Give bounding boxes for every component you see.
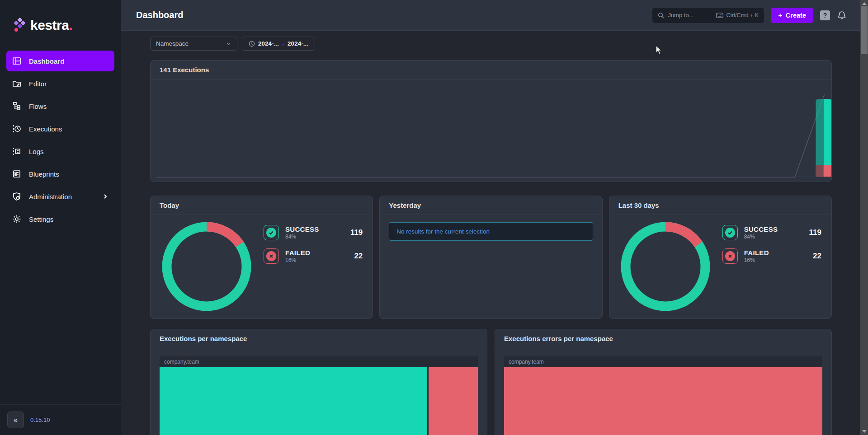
- sidebar-item-dashboard[interactable]: Dashboard: [6, 51, 114, 71]
- legend-failed-row[interactable]: FAILED 16% 22: [264, 248, 363, 264]
- sidebar: kestra. Dashboard Editor Flows: [0, 0, 121, 435]
- sidebar-item-editor[interactable]: Editor: [6, 73, 114, 94]
- namespace-label: company.team: [160, 356, 478, 367]
- page-title: Dashboard: [136, 10, 183, 20]
- search-icon: [658, 12, 664, 19]
- kestra-logo-icon: [12, 18, 26, 33]
- executions-per-namespace-title: Executions per namespace: [151, 329, 487, 348]
- yesterday-title: Yesterday: [380, 196, 602, 215]
- flow-tree-icon: [12, 102, 21, 111]
- sidebar-item-flows[interactable]: Flows: [6, 96, 114, 117]
- blueprint-card-icon: [12, 169, 21, 178]
- scroll-down-arrow-icon[interactable]: [862, 430, 867, 433]
- clock-icon: [249, 41, 255, 47]
- app-version: 0.15.10: [30, 416, 50, 423]
- help-icon[interactable]: ?: [820, 10, 830, 20]
- sidebar-item-executions[interactable]: Executions: [6, 118, 114, 139]
- namespace-row: Executions per namespace company.team Ex…: [150, 329, 832, 435]
- success-count: 119: [350, 228, 363, 237]
- scroll-up-arrow-icon[interactable]: [862, 2, 867, 5]
- sidebar-item-administration[interactable]: Administration: [6, 186, 114, 207]
- check-icon: [727, 230, 733, 235]
- success-bar-segment[interactable]: [160, 367, 427, 435]
- grid-icon: [12, 56, 21, 65]
- notifications-bell-icon[interactable]: [837, 10, 847, 20]
- chevron-down-icon: [226, 41, 231, 47]
- executions-errors-per-namespace-card: Executions errors per namespace company.…: [495, 329, 832, 435]
- errors-namespace-bar-chart[interactable]: company.team: [504, 356, 822, 435]
- failed-bar-segment[interactable]: [504, 367, 822, 435]
- last30-card: Last 30 days SUCCESS 84% 1: [609, 196, 832, 319]
- sidebar-footer: « 0.15.10: [0, 404, 121, 435]
- create-button[interactable]: + Create: [771, 8, 813, 23]
- gear-icon: [12, 215, 21, 224]
- keyboard-icon: [716, 13, 723, 18]
- executions-timeline-card: 141 Executions: [150, 60, 832, 182]
- legend-success-row[interactable]: SUCCESS 84% 119: [264, 225, 363, 240]
- search-placeholder: Jump to...: [668, 12, 693, 19]
- sidebar-nav: Dashboard Editor Flows Executions: [0, 50, 121, 230]
- chevron-right-icon: [102, 193, 108, 200]
- kestra-logo[interactable]: kestra.: [0, 0, 121, 36]
- filter-bar: Namespace 2024-... - 2024-...: [150, 37, 832, 51]
- plus-icon: +: [778, 12, 782, 19]
- x-icon: [728, 254, 732, 258]
- folder-edit-icon: [12, 79, 21, 88]
- check-icon: [269, 230, 274, 235]
- brand-name: kestra.: [30, 18, 72, 33]
- timeline-clock-icon: [12, 124, 21, 133]
- topbar: Dashboard Jump to... Ctrl/Cmd + K + Crea…: [121, 0, 860, 31]
- namespace-label: company.team: [504, 356, 822, 367]
- shield-clock-icon: [12, 192, 21, 201]
- today-title: Today: [151, 196, 373, 215]
- vertical-scrollbar[interactable]: [860, 0, 868, 435]
- timeline-list-icon: [12, 147, 21, 156]
- sidebar-item-settings[interactable]: Settings: [6, 209, 114, 229]
- sidebar-item-logs[interactable]: Logs: [6, 141, 114, 162]
- namespace-filter-select[interactable]: Namespace: [150, 37, 237, 51]
- last30-title: Last 30 days: [609, 196, 831, 215]
- scrollbar-thumb[interactable]: [861, 6, 868, 54]
- today-legend: SUCCESS 84% 119 FAILED 16% 22: [264, 221, 363, 312]
- failed-count: 22: [354, 252, 363, 261]
- last30-legend: SUCCESS 84% 119 FAILED 16% 22: [722, 221, 822, 312]
- date-end: 2024-...: [288, 40, 308, 47]
- failed-bar-segment[interactable]: [429, 367, 478, 435]
- legend-success-row[interactable]: SUCCESS 84% 119: [722, 225, 822, 240]
- success-count: 119: [809, 228, 822, 237]
- last30-donut-chart[interactable]: [620, 221, 711, 312]
- yesterday-card: Yesterday No results for the current sel…: [379, 196, 602, 319]
- summary-row: Today SUCCESS 84% 119: [150, 196, 832, 319]
- legend-failed-row[interactable]: FAILED 16% 22: [722, 248, 822, 264]
- sidebar-item-blueprints[interactable]: Blueprints: [6, 164, 114, 184]
- jump-to-search[interactable]: Jump to... Ctrl/Cmd + K: [652, 8, 764, 23]
- date-start: 2024-...: [258, 40, 279, 47]
- date-range-filter[interactable]: 2024-... - 2024-...: [242, 37, 315, 51]
- x-icon: [269, 254, 274, 258]
- failed-count: 22: [813, 252, 822, 261]
- namespace-bar-chart[interactable]: company.team: [160, 356, 478, 435]
- main-content: Namespace 2024-... - 2024-... 141 Execut…: [121, 31, 860, 435]
- topbar-actions: Jump to... Ctrl/Cmd + K + Create ?: [652, 8, 847, 23]
- today-card: Today SUCCESS 84% 119: [150, 196, 373, 319]
- collapse-sidebar-button[interactable]: «: [7, 412, 24, 428]
- no-results-alert: No results for the current selection: [389, 222, 593, 241]
- date-separator: -: [282, 40, 284, 48]
- executions-per-namespace-card: Executions per namespace company.team: [150, 329, 487, 435]
- timeline-chart-svg: [151, 80, 831, 182]
- search-shortcut: Ctrl/Cmd + K: [716, 12, 759, 19]
- executions-timeline-title: 141 Executions: [151, 61, 831, 80]
- executions-errors-per-namespace-title: Executions errors per namespace: [495, 329, 831, 348]
- today-donut-chart[interactable]: [161, 221, 252, 312]
- executions-timeline-chart[interactable]: [151, 80, 831, 182]
